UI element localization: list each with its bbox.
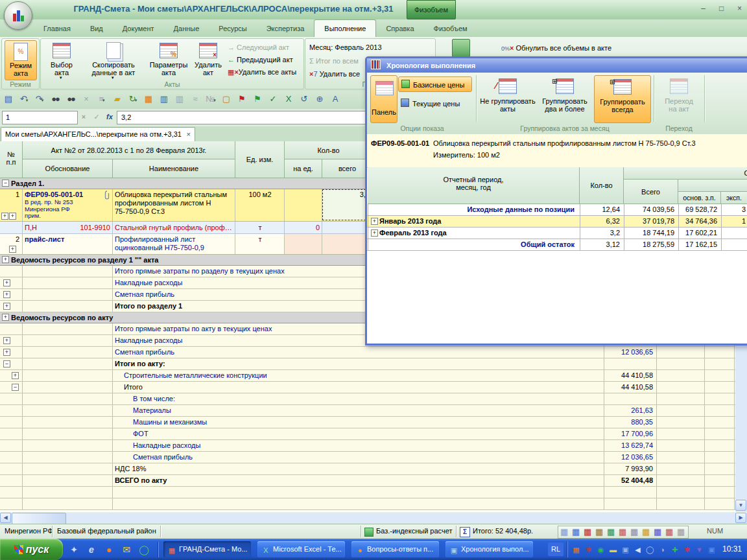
tab-Главная[interactable]: Главная	[34, 20, 80, 37]
tab-Данные[interactable]: Данные	[164, 20, 209, 37]
scroll-down-icon[interactable]: ▼	[735, 500, 746, 511]
scroll-right-icon[interactable]: ▶	[735, 513, 746, 523]
horizontal-scrollbar[interactable]: ◀ ▶	[0, 513, 747, 524]
back-icon[interactable]: ↻▾	[126, 93, 140, 107]
phys-volume-button[interactable]: Физобъем	[407, 0, 456, 19]
status-grid-icon[interactable]: ▦	[572, 527, 580, 537]
tab-Экспертиза[interactable]: Экспертиза	[257, 20, 314, 37]
status-grid-icon[interactable]: ▦	[595, 527, 603, 537]
minimize-icon[interactable]: –	[695, 3, 711, 14]
table-row[interactable]: Накладные расходы13 629,74	[0, 440, 735, 452]
prev-act-button[interactable]: ← Предыдущий акт	[228, 54, 293, 65]
flag-red-icon[interactable]: ⚑	[235, 93, 249, 107]
col-header-num[interactable]: № п.п	[0, 141, 23, 178]
delete-all-acts-button[interactable]: ▦×Удалить все акты	[228, 66, 296, 78]
redo-icon[interactable]: ↷▾	[32, 93, 47, 107]
col-header-per-unit[interactable]: на ед.	[285, 159, 322, 178]
collapse-icon[interactable]: −	[12, 384, 19, 391]
status-grid-icon[interactable]: ▦	[630, 527, 638, 537]
per-unit-cell[interactable]: 0	[285, 224, 320, 231]
undo-icon[interactable]: ↶▾	[17, 93, 31, 107]
hscroll-thumb[interactable]	[12, 513, 66, 524]
group-always-button[interactable]: ⊞ Группировать всегда	[594, 75, 651, 123]
expand-icon[interactable]: +	[2, 256, 9, 263]
tab-Справка[interactable]: Справка	[376, 20, 423, 37]
table-row[interactable]	[0, 498, 735, 510]
tab-Ресурсы[interactable]: Ресурсы	[209, 20, 256, 37]
restore-icon[interactable]: □	[713, 3, 729, 14]
collapse-icon[interactable]: −	[3, 360, 10, 368]
taskbar-button[interactable]: ●Вопросы-ответы п...	[351, 541, 439, 557]
expand-icon[interactable]: +	[3, 303, 10, 310]
expand-icon[interactable]: +	[3, 337, 10, 344]
status-grid-icon[interactable]: ▦	[607, 527, 615, 537]
table-row[interactable]: Сметная прибыль12 036,65	[0, 452, 735, 463]
tray-icon[interactable]: ▬	[608, 544, 619, 555]
tab-Физобъем[interactable]: Физобъем	[424, 20, 477, 37]
taskbar-button[interactable]: ▦ГРАНД-Смета - Мо...	[163, 541, 251, 557]
position-code[interactable]: прайс-лист	[25, 235, 64, 243]
table-row[interactable]: НДС 18%7 993,90	[0, 463, 735, 475]
status-grid-icon[interactable]: ▦	[584, 527, 591, 537]
dlg-col-exp[interactable]: эксп.	[721, 192, 747, 204]
table-row[interactable]: Машины и механизмы880,35	[0, 417, 735, 428]
tab-Документ[interactable]: Документ	[113, 20, 164, 37]
expand-icon[interactable]: +	[371, 229, 378, 237]
expand-icon[interactable]: +	[3, 291, 10, 298]
tab-Выполнение[interactable]: Выполнение	[314, 19, 376, 37]
document-tab[interactable]: Мои сметы\АРХАНГЕЛЬС...\перекрытие на от…	[1, 127, 195, 142]
taskbar-button[interactable]: ▣Хронология выпол...	[445, 541, 533, 557]
act-mode-button[interactable]: % Режим акта	[5, 40, 37, 80]
delete-act-button[interactable]: × Удалить акт	[191, 40, 225, 79]
position-code[interactable]: ФЕР09-05-001-01	[25, 191, 83, 198]
table-row[interactable]: ФОТ17 700,96	[0, 428, 735, 440]
table-row[interactable]: +Строительные металлические конструкции4…	[0, 370, 735, 382]
scroll-left-icon[interactable]: ◀	[0, 513, 11, 523]
tray-icon[interactable]: ◯	[645, 544, 656, 555]
table-row[interactable]: −Итоги по акту:	[0, 358, 735, 370]
close-icon[interactable]: ×	[731, 3, 747, 14]
check-pen-icon[interactable]: ✓	[266, 93, 280, 107]
tray-icon[interactable]: ✚	[669, 544, 680, 555]
tray-icon[interactable]: ◀	[632, 544, 643, 555]
tray-icon[interactable]: ◉	[595, 544, 606, 555]
doc-icon[interactable]: A	[328, 93, 342, 107]
base-prices-toggle[interactable]: Базисные цены	[398, 76, 472, 92]
dlg-col-total[interactable]: Всего	[624, 180, 678, 204]
col-header-name[interactable]: Наименование	[113, 159, 235, 178]
tab-Вид[interactable]: Вид	[80, 20, 113, 37]
col-header-just[interactable]: Обоснование	[23, 159, 113, 178]
launch-spybot-icon[interactable]: ◯	[137, 543, 150, 556]
reset-volumes-button[interactable]: 0%× Обнулить все объемы в акте	[501, 42, 611, 54]
total-cell[interactable]: 0	[322, 235, 370, 243]
status-grid-icon[interactable]: ▦	[642, 527, 650, 537]
excel-icon[interactable]: X	[281, 93, 296, 107]
cancel-entry-icon[interactable]: ×	[78, 111, 89, 123]
launch-messenger-icon[interactable]: ✦	[67, 543, 80, 556]
status-grid-icon[interactable]: ▦	[560, 527, 568, 537]
expand-icon[interactable]: +	[3, 279, 10, 286]
tray-icon[interactable]: ▣	[706, 544, 717, 555]
table-row[interactable]: −Итого44 410,58	[0, 382, 735, 393]
panel-toggle-button[interactable]: Панель	[370, 75, 397, 123]
calc-mode-label[interactable]: Баз.-индексный расчет	[376, 527, 452, 535]
status-grid-icon[interactable]: ▦	[654, 527, 661, 537]
dlg-col-period[interactable]: Отчетный период, месяц, год	[368, 167, 580, 204]
dialog-table-row[interactable]: Исходные данные по позиции12,6474 039,56…	[367, 204, 747, 216]
dialog-title-bar[interactable]: Хронология выполнения	[367, 58, 747, 73]
col-header-unit[interactable]: Ед. изм.	[235, 141, 285, 178]
launch-mail-icon[interactable]: ✉	[120, 543, 133, 556]
tray-icon[interactable]: ◑	[657, 544, 668, 555]
table-row[interactable]: Материалы261,63	[0, 405, 735, 417]
table-row[interactable]	[0, 487, 735, 498]
find-next-icon[interactable]: ●●	[64, 93, 78, 107]
app-logo-icon[interactable]	[4, 1, 32, 30]
dialog-table-row[interactable]: Общий остаток3,1218 275,5917 162,15	[367, 239, 747, 251]
col-header-qty[interactable]: Кол-во	[285, 141, 373, 159]
close-tab-icon[interactable]: ×	[187, 128, 191, 141]
dlg-col-cost-group[interactable]: Общая ст	[624, 167, 747, 180]
notebook-icon[interactable]	[452, 39, 470, 57]
dialog-table-row[interactable]: +Февраль 2013 года3,218 744,1917 602,21	[367, 228, 747, 239]
expand-icon[interactable]: +	[2, 314, 9, 321]
choose-act-button[interactable]: Выбор акта ▾	[43, 40, 80, 79]
